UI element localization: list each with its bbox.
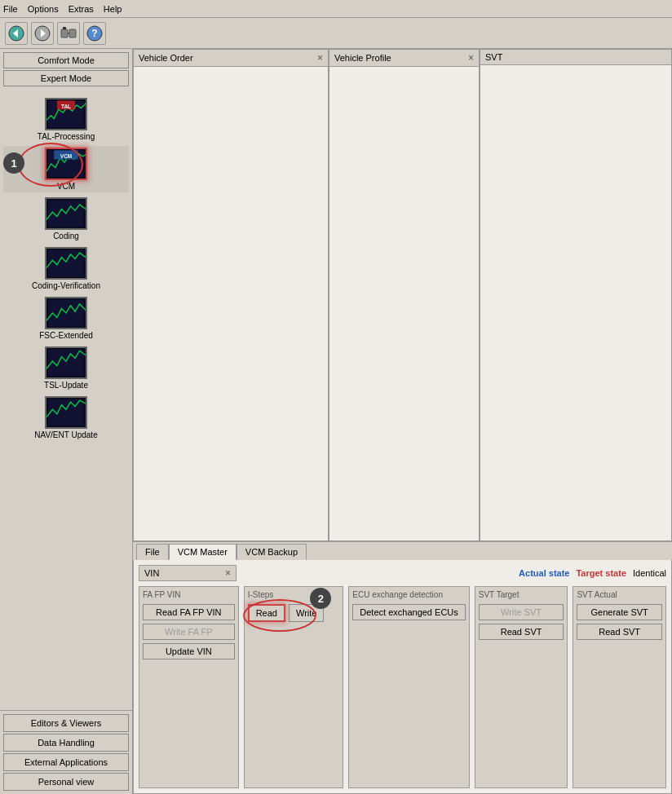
svt-actual-read-svt-button[interactable]: Read SVT (577, 624, 662, 640)
actual-state-label: Actual state (519, 568, 569, 578)
update-vin-button[interactable]: Update VIN (143, 643, 235, 659)
state-row: Actual state Target state Identical (519, 568, 666, 578)
read-fa-fp-vin-button[interactable]: Read FA FP VIN (143, 604, 235, 620)
editors-viewers-button[interactable]: Editors & Viewers (3, 714, 129, 732)
tal-processing-label: TAL-Processing (38, 132, 95, 141)
tsl-update-icon (45, 346, 87, 379)
panels-row: Vehicle Order × 3 Integration steps × I-… (133, 49, 672, 541)
sidebar-item-tsl-update[interactable]: TSL-Update (3, 345, 129, 391)
vehicle-order-close[interactable]: × (317, 52, 323, 64)
sidebar-item-nav-ent-update[interactable]: NAV/ENT Update (3, 395, 129, 441)
vehicle-order-panel: Vehicle Order × 3 Integration steps × I-… (133, 49, 329, 541)
toolbar: ? (0, 18, 672, 49)
svt-target-section: SVT Target Write SVT Read SVT (475, 586, 568, 788)
svg-text:?: ? (91, 28, 97, 39)
sidebar-item-coding-verification[interactable]: Coding-Verification (3, 245, 129, 292)
fsc-extended-icon (45, 297, 87, 329)
step1-annotation: 1 (3, 152, 24, 174)
svt-actual-title: SVT Actual (577, 590, 662, 599)
tab-vcm-backup[interactable]: VCM Backup (237, 544, 307, 560)
vehicle-profile-header: Vehicle Profile × (329, 50, 479, 67)
fa-fp-section: FA FP VIN Read FA FP VIN Write FA FP Upd… (139, 586, 239, 788)
svg-rect-4 (61, 29, 68, 37)
sidebar-item-tal-processing[interactable]: TAL TAL-Processing (3, 96, 129, 143)
sections-row: FA FP VIN Read FA FP VIN Write FA FP Upd… (139, 586, 666, 788)
forward-button[interactable] (31, 22, 54, 45)
vcm-icon: VCM (45, 148, 87, 180)
menu-extras[interactable]: Extras (69, 4, 94, 14)
vehicle-order-header: Vehicle Order × (134, 50, 328, 67)
svt-actual-section: SVT Actual Generate SVT Read SVT (573, 586, 666, 788)
sidebar-top: Comfort Mode Expert Mode (0, 49, 132, 90)
menubar: File Options Extras Help (0, 0, 672, 18)
tsl-update-label: TSL-Update (44, 381, 88, 390)
external-applications-button[interactable]: External Applications (3, 753, 129, 771)
isteps-read-button[interactable]: Read (248, 604, 285, 622)
vehicle-profile-content (329, 67, 479, 540)
step2-annotation: 2 (310, 588, 331, 609)
personal-view-button[interactable]: Personal view (3, 773, 129, 791)
svt-content (480, 65, 671, 540)
generate-svt-button[interactable]: Generate SVT (577, 604, 662, 620)
svt-title: SVT (485, 52, 502, 62)
svg-text:TAL: TAL (61, 104, 71, 109)
fsc-extended-label: FSC-Extended (39, 331, 93, 340)
svt-header: SVT (480, 50, 671, 65)
bottom-tab-content: VIN × Actual state Target state Identica… (133, 560, 672, 794)
menu-help[interactable]: Help (104, 4, 122, 14)
svg-text:VCM: VCM (60, 153, 72, 159)
coding-icon (45, 197, 87, 230)
svt-target-read-svt-button[interactable]: Read SVT (479, 624, 564, 640)
help-icon: ? (86, 24, 104, 42)
coding-label: Coding (53, 232, 79, 240)
connect-icon (60, 24, 77, 42)
tab-vcm-master[interactable]: VCM Master (169, 544, 237, 560)
help-button[interactable]: ? (83, 22, 106, 45)
detect-exchanged-ecus-button[interactable]: Detect exchanged ECUs (352, 604, 465, 620)
vehicle-profile-panel: Vehicle Profile × (329, 49, 480, 541)
back-button[interactable] (5, 22, 28, 45)
svt-panel: SVT (480, 49, 672, 541)
main-layout: Comfort Mode Expert Mode TAL (0, 49, 672, 794)
sidebar-bottom: Editors & Viewers Data Handling External… (0, 710, 132, 794)
menu-file[interactable]: File (3, 4, 18, 14)
connect-button[interactable] (57, 22, 80, 45)
vin-panel-header: VIN × (139, 565, 237, 581)
nav-ent-update-label: NAV/ENT Update (34, 430, 97, 439)
menu-options[interactable]: Options (28, 4, 59, 14)
vehicle-order-content (134, 67, 328, 540)
ecu-exchange-section: ECU exchange detection Detect exchanged … (348, 586, 469, 788)
fa-fp-title: FA FP VIN (143, 590, 235, 599)
vin-title: VIN (144, 568, 159, 578)
vehicle-order-title: Vehicle Order (139, 53, 193, 63)
vcm-label: VCM (57, 182, 75, 191)
write-fa-fp-button[interactable]: Write FA FP (143, 624, 235, 640)
target-state-label: Target state (576, 568, 626, 578)
sidebar-item-fsc-extended[interactable]: FSC-Extended (3, 295, 129, 342)
bottom-area: File VCM Master VCM Backup VIN × Actual … (133, 541, 672, 794)
vehicle-profile-close[interactable]: × (468, 52, 474, 64)
data-handling-button[interactable]: Data Handling (3, 734, 129, 752)
ecu-exchange-title: ECU exchange detection (352, 590, 465, 599)
sidebar-items: TAL TAL-Processing 1 (0, 90, 132, 710)
identical-label: Identical (633, 568, 666, 578)
forward-icon (33, 24, 51, 42)
svg-rect-28 (48, 399, 84, 426)
tab-file[interactable]: File (136, 544, 169, 560)
sidebar-item-coding[interactable]: Coding (3, 196, 129, 242)
vin-close[interactable]: × (225, 567, 231, 579)
write-svt-button[interactable]: Write SVT (479, 604, 564, 620)
content-area: Vehicle Order × 3 Integration steps × I-… (133, 49, 672, 794)
sidebar: Comfort Mode Expert Mode TAL (0, 49, 133, 794)
isteps-section: I-Steps 2 Read Write (244, 586, 344, 788)
svt-target-title: SVT Target (479, 590, 564, 599)
nav-ent-update-icon (45, 396, 87, 429)
comfort-mode-button[interactable]: Comfort Mode (3, 52, 129, 68)
tal-processing-icon: TAL (45, 98, 87, 130)
coding-verification-label: Coding-Verification (32, 281, 100, 290)
vin-row: VIN × Actual state Target state Identica… (139, 565, 666, 581)
bottom-tabs: File VCM Master VCM Backup (133, 542, 672, 560)
back-icon (7, 24, 25, 42)
expert-mode-button[interactable]: Expert Mode (3, 70, 129, 86)
svg-rect-5 (69, 29, 76, 37)
